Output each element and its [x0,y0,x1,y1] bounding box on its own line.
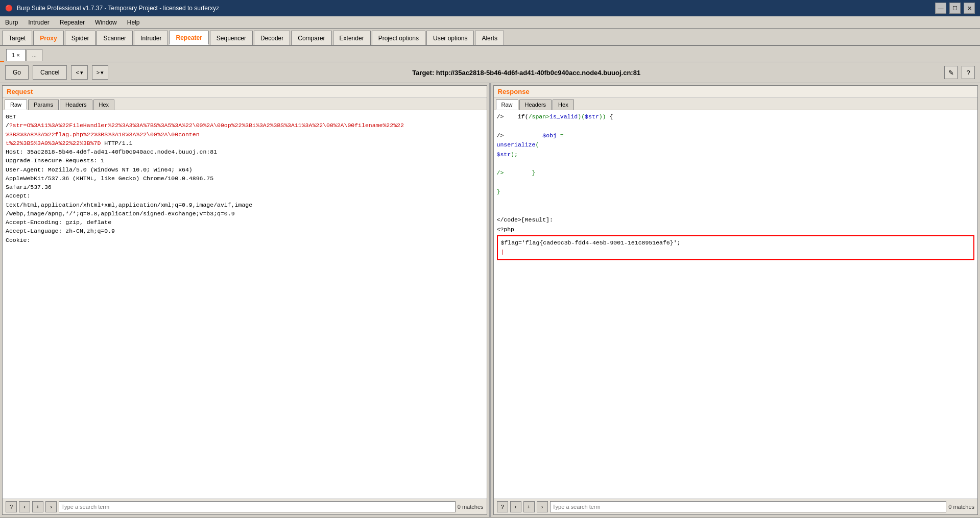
back-arrow-icon: < [76,69,79,76]
tab-alerts[interactable]: Alerts [475,31,504,45]
target-edit-button[interactable]: ✎ [944,66,958,79]
panels: Request Raw Params Headers Hex GET /?str… [0,83,980,517]
menu-bar: Burp Intruder Repeater Window Help [0,16,980,29]
panel-divider[interactable] [489,83,491,517]
tab-spider[interactable]: Spider [65,31,96,45]
app-logo: 🔴 [5,5,13,12]
back-dropdown-icon: ▾ [80,69,83,76]
target-display: Target: http://35ac2818-5b46-4d6f-ad41-4… [112,69,940,77]
sub-tab-more[interactable]: ... [27,49,42,61]
request-search-prev[interactable]: ‹ [19,501,30,512]
target-help-button[interactable]: ? [962,66,975,79]
tab-target[interactable]: Target [2,31,32,45]
request-search-bar: ? ‹ + › 0 matches [3,499,487,514]
response-matches: 0 matches [948,504,974,510]
response-text: /> if(/span>is_valid)($str)) { /> $obj =… [497,112,975,280]
response-tabs: Raw Headers Hex [494,98,978,110]
response-tab-hex[interactable]: Hex [553,100,574,110]
request-text: GET /?str=O%3A11%3A%22FileHandler%22%3A3… [6,112,484,244]
close-button[interactable]: ✕ [964,3,975,14]
sub-tab-1[interactable]: 1 × [6,49,26,61]
request-tab-raw[interactable]: Raw [5,100,27,110]
forward-button[interactable]: > ▾ [92,65,108,80]
menu-window[interactable]: Window [93,18,119,27]
request-tab-hex[interactable]: Hex [93,100,115,110]
tab-proxy[interactable]: Proxy [33,31,63,45]
title-bar-left: 🔴 Burp Suite Professional v1.7.37 - Temp… [5,5,219,12]
cancel-button[interactable]: Cancel [33,65,67,80]
back-button[interactable]: < ▾ [71,65,87,80]
request-tabs: Raw Params Headers Hex [3,98,487,110]
tab-extender[interactable]: Extender [333,31,371,45]
request-search-next[interactable]: › [45,501,57,512]
request-tab-headers[interactable]: Headers [60,100,92,110]
main-tab-bar: Target Proxy Spider Scanner Intruder Rep… [0,29,980,46]
tab-repeater[interactable]: Repeater [169,31,208,45]
request-content[interactable]: GET /?str=O%3A11%3A%22FileHandler%22%3A3… [3,110,487,499]
forward-arrow-icon: > [97,69,100,76]
menu-burp[interactable]: Burp [3,18,20,27]
sub-tab-bar: 1 × ... [0,46,980,62]
response-search-bar: ? ‹ + › 0 matches [494,499,978,514]
window-title: Burp Suite Professional v1.7.37 - Tempor… [17,5,219,12]
response-search-prev[interactable]: ‹ [510,501,521,512]
tab-scanner[interactable]: Scanner [97,31,133,45]
forward-dropdown-icon: ▾ [101,69,104,76]
tab-user-options[interactable]: User options [426,31,474,45]
target-url: http://35ac2818-5b46-4d6f-ad41-40fb0c940… [436,69,640,77]
title-bar-controls: — ☐ ✕ [935,3,975,14]
response-search-input[interactable] [550,501,947,512]
response-search-help[interactable]: ? [497,501,508,512]
flag-box: $flag='flag{cade0c3b-fdd4-4e5b-9001-1e1c… [497,235,975,260]
minimize-button[interactable]: — [935,3,946,14]
menu-help[interactable]: Help [125,18,142,27]
request-search-add[interactable]: + [32,501,43,512]
response-tab-headers[interactable]: Headers [519,100,552,110]
toolbar: Go Cancel < ▾ > ▾ Target: http://35ac281… [0,62,980,83]
maximize-button[interactable]: ☐ [949,3,961,14]
flag-text: $flag='flag{cade0c3b-fdd4-4e5b-9001-1e1c… [501,239,681,246]
tab-decoder[interactable]: Decoder [254,31,290,45]
response-header: Response [494,86,978,98]
response-search-add[interactable]: + [523,501,535,512]
request-header: Request [3,86,487,98]
request-matches: 0 matches [458,504,484,510]
menu-repeater[interactable]: Repeater [58,18,87,27]
go-button[interactable]: Go [5,65,29,80]
response-search-next[interactable]: › [537,501,548,512]
tab-intruder[interactable]: Intruder [134,31,168,45]
request-search-input[interactable] [59,501,456,512]
main-content: Go Cancel < ▾ > ▾ Target: http://35ac281… [0,62,980,517]
response-content[interactable]: /> if(/span>is_valid)($str)) { /> $obj =… [494,110,978,499]
menu-intruder[interactable]: Intruder [26,18,51,27]
tab-sequencer[interactable]: Sequencer [210,31,253,45]
tab-comparer[interactable]: Comparer [291,31,331,45]
title-bar: 🔴 Burp Suite Professional v1.7.37 - Temp… [0,0,980,16]
request-search-help[interactable]: ? [6,501,17,512]
tab-project-options[interactable]: Project options [372,31,425,45]
response-tab-raw[interactable]: Raw [496,100,518,110]
response-panel: Response Raw Headers Hex /> if(/span>is_… [493,85,978,515]
request-tab-params[interactable]: Params [28,100,59,110]
request-panel: Request Raw Params Headers Hex GET /?str… [2,85,487,515]
